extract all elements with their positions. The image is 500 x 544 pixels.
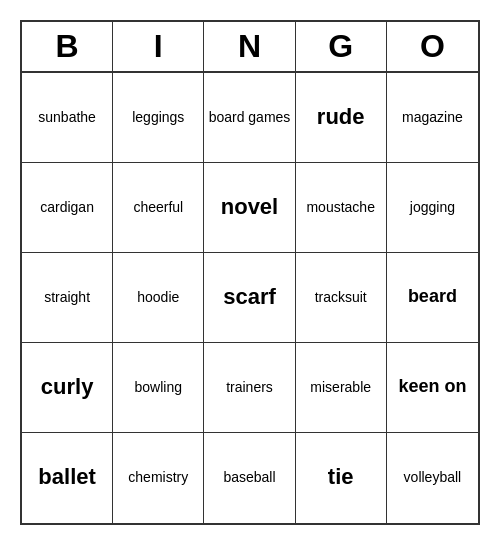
bingo-cell: miserable (296, 343, 387, 433)
cell-text: novel (221, 194, 278, 220)
bingo-cell: hoodie (113, 253, 204, 343)
bingo-cell: board games (204, 73, 295, 163)
bingo-cell: ballet (22, 433, 113, 523)
cell-text: board games (209, 109, 291, 126)
cell-text: cheerful (133, 199, 183, 216)
header-letter: B (22, 22, 113, 71)
bingo-cell: jogging (387, 163, 478, 253)
cell-text: jogging (410, 199, 455, 216)
cell-text: leggings (132, 109, 184, 126)
cell-text: beard (408, 286, 457, 308)
cell-text: magazine (402, 109, 463, 126)
bingo-cell: keen on (387, 343, 478, 433)
bingo-cell: baseball (204, 433, 295, 523)
bingo-cell: straight (22, 253, 113, 343)
cell-text: tracksuit (315, 289, 367, 306)
cell-text: curly (41, 374, 94, 400)
cell-text: moustache (306, 199, 374, 216)
bingo-cell: rude (296, 73, 387, 163)
cell-text: scarf (223, 284, 276, 310)
bingo-cell: scarf (204, 253, 295, 343)
cell-text: keen on (398, 376, 466, 398)
bingo-cell: novel (204, 163, 295, 253)
header-letter: O (387, 22, 478, 71)
bingo-grid: sunbatheleggingsboard gamesrudemagazinec… (22, 73, 478, 523)
bingo-cell: chemistry (113, 433, 204, 523)
bingo-card: BINGO sunbatheleggingsboard gamesrudemag… (20, 20, 480, 525)
cell-text: cardigan (40, 199, 94, 216)
bingo-cell: trainers (204, 343, 295, 433)
bingo-cell: leggings (113, 73, 204, 163)
cell-text: volleyball (404, 469, 462, 486)
cell-text: bowling (135, 379, 182, 396)
cell-text: ballet (38, 464, 95, 490)
bingo-cell: magazine (387, 73, 478, 163)
cell-text: sunbathe (38, 109, 96, 126)
bingo-cell: volleyball (387, 433, 478, 523)
cell-text: trainers (226, 379, 273, 396)
header-letter: G (296, 22, 387, 71)
cell-text: baseball (223, 469, 275, 486)
bingo-cell: sunbathe (22, 73, 113, 163)
bingo-header: BINGO (22, 22, 478, 73)
cell-text: hoodie (137, 289, 179, 306)
bingo-cell: cheerful (113, 163, 204, 253)
bingo-cell: cardigan (22, 163, 113, 253)
bingo-cell: bowling (113, 343, 204, 433)
bingo-cell: beard (387, 253, 478, 343)
bingo-cell: tracksuit (296, 253, 387, 343)
cell-text: miserable (310, 379, 371, 396)
header-letter: N (204, 22, 295, 71)
cell-text: straight (44, 289, 90, 306)
cell-text: rude (317, 104, 365, 130)
cell-text: tie (328, 464, 354, 490)
bingo-cell: moustache (296, 163, 387, 253)
bingo-cell: curly (22, 343, 113, 433)
cell-text: chemistry (128, 469, 188, 486)
header-letter: I (113, 22, 204, 71)
bingo-cell: tie (296, 433, 387, 523)
